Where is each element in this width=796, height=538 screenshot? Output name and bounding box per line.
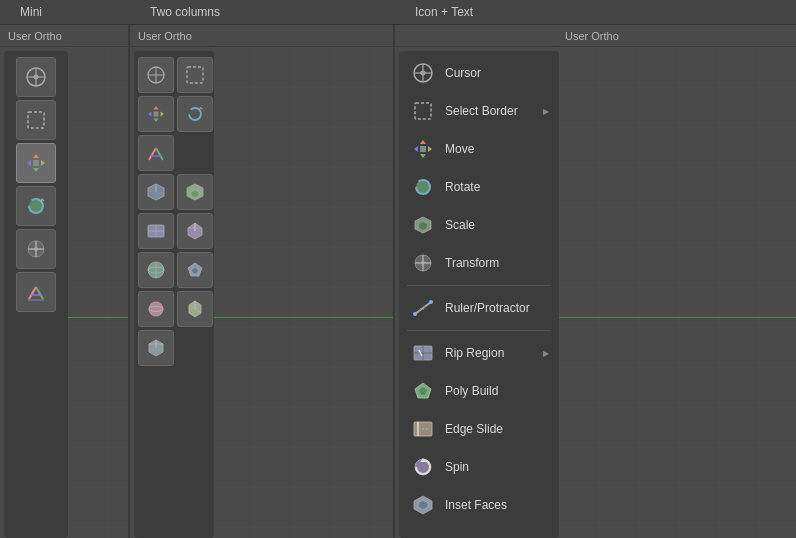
select-border-two-col[interactable] <box>177 57 213 93</box>
edge-slide-tool-icon-text[interactable]: Edge Slide <box>403 411 555 447</box>
move-tool-btn[interactable] <box>16 143 56 183</box>
two-col-toolbar <box>134 51 214 538</box>
rotate-tool-two-col[interactable] <box>177 96 213 132</box>
tool-row-7 <box>138 291 210 327</box>
cube2-two-col[interactable] <box>177 174 213 210</box>
transform-icon <box>409 249 437 277</box>
move-tool-icon-text[interactable]: Move <box>403 131 555 167</box>
ruler-tool-icon-text[interactable]: Ruler/Protractor <box>403 290 555 326</box>
select-border-arrow: ▶ <box>543 107 549 116</box>
rotate-tool-btn[interactable] <box>16 186 56 226</box>
icon-text-panel: User Ortho Cursor <box>395 25 796 538</box>
two-col-viewport-label: User Ortho <box>130 25 393 47</box>
rotate-label: Rotate <box>445 180 549 194</box>
rip-region-icon <box>409 339 437 367</box>
tool-row-5 <box>138 213 210 249</box>
edge-slide-icon <box>409 415 437 443</box>
icon-text-viewport-label: User Ortho <box>395 25 796 47</box>
section-labels-bar: Mini Two columns Icon + Text <box>0 0 796 25</box>
cube1-two-col[interactable] <box>138 174 174 210</box>
poly-build-tool-icon-text[interactable]: Poly Build <box>403 373 555 409</box>
mini-section-label: Mini <box>10 5 140 19</box>
cursor-tool-icon-text[interactable]: Cursor <box>403 55 555 91</box>
transform-tool-btn[interactable] <box>16 229 56 269</box>
tool-row-2 <box>138 96 210 132</box>
ruler-label: Ruler/Protractor <box>445 301 549 315</box>
move-tool-two-col[interactable] <box>138 96 174 132</box>
svg-line-22 <box>156 148 163 160</box>
two-col-panel: User Ortho <box>130 25 395 538</box>
svg-rect-52 <box>415 103 431 119</box>
tool-row-8 <box>138 330 210 366</box>
annotate-tool-btn[interactable] <box>16 272 56 312</box>
svg-line-62 <box>415 302 431 314</box>
ruler-icon <box>409 294 437 322</box>
poly1-two-col[interactable] <box>177 291 213 327</box>
cube6-two-col[interactable] <box>177 252 213 288</box>
cursor-icon <box>409 59 437 87</box>
inset-faces-label: Inset Faces <box>445 498 549 512</box>
mini-panel: User Ortho <box>0 25 130 538</box>
cube3-two-col[interactable] <box>138 213 174 249</box>
cursor-label: Cursor <box>445 66 549 80</box>
annotate-two-col[interactable] <box>138 135 174 171</box>
svg-point-11 <box>34 247 38 251</box>
sphere1-two-col[interactable] <box>138 291 174 327</box>
separator-2 <box>407 330 551 331</box>
svg-line-21 <box>149 148 156 160</box>
svg-rect-4 <box>28 112 44 128</box>
select-border-tool-btn[interactable] <box>16 100 56 140</box>
two-col-viewport <box>214 47 393 538</box>
select-border-icon <box>409 97 437 125</box>
mini-viewport-label: User Ortho <box>0 25 128 47</box>
svg-rect-18 <box>187 67 203 83</box>
svg-point-65 <box>413 312 417 316</box>
tool-row-1 <box>138 57 210 93</box>
icon-text-toolbar: Cursor Select Border ▶ <box>399 51 559 538</box>
svg-point-61 <box>421 261 425 265</box>
scale-tool-icon-text[interactable]: Scale <box>403 207 555 243</box>
cube7-two-col[interactable] <box>138 330 174 366</box>
rip-region-label: Rip Region <box>445 346 535 360</box>
inset-faces-icon <box>409 491 437 519</box>
move-icon <box>409 135 437 163</box>
spin-label: Spin <box>445 460 549 474</box>
transform-tool-icon-text[interactable]: Transform <box>403 245 555 281</box>
icon-text-viewport <box>559 47 796 538</box>
separator-1 <box>407 285 551 286</box>
scale-label: Scale <box>445 218 549 232</box>
move-label: Move <box>445 142 549 156</box>
mini-toolbar <box>4 51 68 538</box>
cursor-tool-two-col[interactable] <box>138 57 174 93</box>
poly-build-icon <box>409 377 437 405</box>
rip-region-tool-icon-text[interactable]: Rip Region ▶ <box>403 335 555 371</box>
mini-viewport <box>68 47 128 538</box>
cube5-two-col[interactable] <box>138 252 174 288</box>
edge-slide-label: Edge Slide <box>445 422 549 436</box>
rotate-icon <box>409 173 437 201</box>
two-col-green-line <box>214 317 393 318</box>
spin-icon <box>409 453 437 481</box>
icon-text-section-label: Icon + Text <box>405 5 786 19</box>
cube4-two-col[interactable] <box>177 213 213 249</box>
svg-rect-5 <box>33 160 39 166</box>
mini-green-line <box>68 317 128 318</box>
two-col-section-label: Two columns <box>140 5 405 19</box>
icon-text-green-line <box>559 317 796 318</box>
inset-faces-tool-icon-text[interactable]: Inset Faces <box>403 487 555 523</box>
rip-region-arrow: ▶ <box>543 349 549 358</box>
select-border-tool-icon-text[interactable]: Select Border ▶ <box>403 93 555 129</box>
spin-tool-icon-text[interactable]: Spin <box>403 449 555 485</box>
cursor-tool-btn[interactable] <box>16 57 56 97</box>
tool-row-4 <box>138 174 210 210</box>
panels-wrapper: User Ortho <box>0 25 796 538</box>
scale-icon <box>409 211 437 239</box>
svg-line-13 <box>36 287 43 299</box>
svg-point-40 <box>149 302 163 316</box>
svg-rect-19 <box>154 112 159 117</box>
tool-row-3 <box>138 135 210 171</box>
select-border-label: Select Border <box>445 104 535 118</box>
svg-marker-28 <box>191 190 199 198</box>
rotate-tool-icon-text[interactable]: Rotate <box>403 169 555 205</box>
transform-label: Transform <box>445 256 549 270</box>
